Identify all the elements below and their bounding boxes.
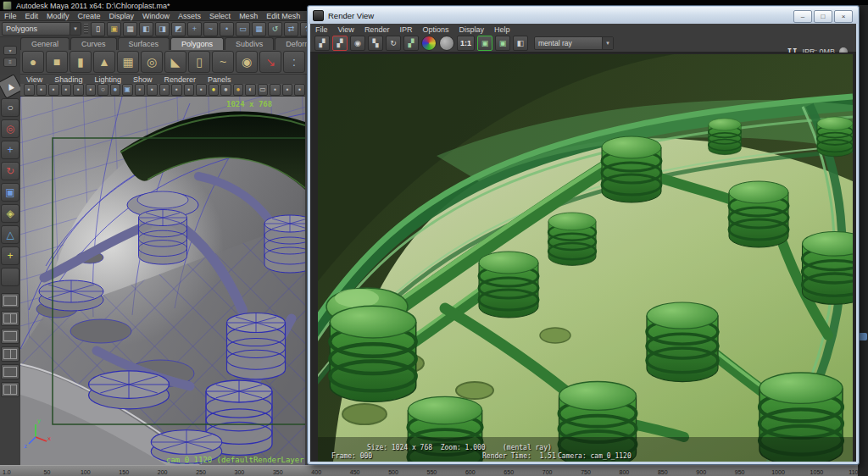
select-component-icon[interactable]: ◩ [171,22,186,36]
render-region-button[interactable]: ▞ [332,36,348,51]
poly-cylinder-icon[interactable]: ▮ [70,51,92,73]
grease-pencil-icon[interactable]: ▪ [86,84,97,96]
ipr-render-button[interactable]: ▚ [368,36,383,51]
input-connections-icon[interactable]: ⇄ [284,22,298,36]
poly-cube-icon[interactable]: ■ [46,51,68,73]
snap-plane-icon[interactable]: ▭ [236,22,250,36]
poly-platonic-icon[interactable]: ◉ [236,51,258,73]
wireframe-mode[interactable]: ○ [97,84,108,96]
shelf-tab-arrow-button[interactable]: ▾ [3,46,17,55]
xray-mode[interactable]: ◐ [245,84,256,96]
render-view-menu-render[interactable]: Render [359,25,395,34]
minimize-button[interactable]: – [793,10,812,23]
statusline-grip[interactable] [84,24,88,34]
render-view-menu-display[interactable]: Display [453,25,489,34]
image-plane-icon[interactable]: ▪ [61,84,72,96]
ipr-update-button[interactable]: ▣ [495,36,510,51]
paint-select-tool[interactable]: ◎ [1,119,19,138]
render-view-menu-file[interactable]: File [310,25,333,34]
lasso-tool[interactable]: ○ [1,98,19,117]
maya-menu-edit[interactable]: Edit [21,12,43,20]
resolution-gate[interactable]: ▭ [258,84,269,96]
textured-mode[interactable]: ▣ [122,84,133,96]
shelf-tab-general[interactable]: General [20,37,70,50]
poly-sphere-icon[interactable]: ● [22,51,44,73]
bookmark-icon[interactable]: ▪ [48,84,59,96]
shelf-tab-polygons[interactable]: Polygons [170,37,224,50]
make-live-icon[interactable]: ▦ [252,22,266,36]
render-view-menu-options[interactable]: Options [417,25,453,34]
new-scene-icon[interactable]: ▯ [91,22,105,36]
panel-menu-lighting[interactable]: Lighting [88,75,127,84]
shelf-tab-subdivs[interactable]: Subdivs [225,37,274,50]
use-all-lights-icon[interactable]: ▪ [135,84,146,96]
scale-tool[interactable]: ▣ [1,183,19,202]
last-tool[interactable] [1,268,19,286]
panel-menu-shading[interactable]: Shading [48,75,88,84]
maya-menu-mesh[interactable]: Mesh [235,12,262,20]
snap-point-icon[interactable]: • [220,22,234,36]
select-tool[interactable]: ▲ [0,74,23,99]
maya-menu-file[interactable]: File [0,12,21,20]
persp-panel-layout-button[interactable] [1,382,19,397]
vertex-pair-icon[interactable]: : [283,51,305,73]
keep-image-button[interactable]: ◧ [513,36,528,51]
real-size-button[interactable]: 1:1 [457,36,475,51]
motion-blur-icon[interactable]: ▪ [171,84,182,96]
poly-helix-icon[interactable]: ~ [212,51,234,73]
smooth-shade-mode[interactable]: ● [110,84,121,96]
poly-plane-icon[interactable]: ▦ [117,51,139,73]
maya-menu-assets[interactable]: Assets [174,12,205,20]
panel-menu-view[interactable]: View [20,75,48,84]
four-pane-layout-button[interactable] [1,329,19,344]
pause-ipr-button[interactable]: ▞ [403,36,419,51]
maya-menu-window[interactable]: Window [138,12,174,20]
maya-menu-display[interactable]: Display [105,12,139,20]
isolate-select-icon[interactable]: ▪ [196,84,207,96]
no-light[interactable]: ● [220,84,231,96]
alpha-channel-button[interactable] [439,36,454,51]
poly-torus-icon[interactable]: ◎ [141,51,163,73]
construction-history-icon[interactable]: ↺ [268,22,282,36]
perspective-viewport[interactable]: y x z 1024 x 768 cam_0_1120 (defaultRend… [20,97,305,465]
shelf-menu-button[interactable]: ≡ [3,58,17,67]
shelf-tab-curves[interactable]: Curves [70,37,117,50]
refresh-ipr-button[interactable]: ↻ [386,36,401,51]
snap-curve-icon[interactable]: ~ [203,22,218,36]
render-view-menu-help[interactable]: Help [489,25,515,34]
maya-menu-edit-mesh[interactable]: Edit Mesh [262,12,304,20]
maya-menu-modify[interactable]: Modify [42,12,74,20]
two-pane-layout-button[interactable] [1,311,19,326]
open-scene-icon[interactable]: ▣ [107,22,121,36]
poly-pipe-icon[interactable]: ▯ [188,51,210,73]
renderer-selector[interactable]: mental ray ▼ [534,36,614,50]
select-object-icon[interactable]: ◨ [155,22,170,36]
poly-prism-icon[interactable]: ◣ [164,51,186,73]
single-pane-layout-button[interactable] [1,293,19,308]
render-view-titlebar[interactable]: Render View – □ × [309,7,858,24]
rgb-channels-button[interactable] [421,36,437,51]
render-view-menu-view[interactable]: View [333,25,359,34]
select-hierarchy-icon[interactable]: ◧ [139,22,153,36]
soft-modification-tool[interactable]: △ [1,225,19,244]
render-settings-button[interactable]: ▣ [477,36,492,51]
render-button[interactable]: ▞ [314,36,330,51]
snapshot-button[interactable]: ◉ [350,36,365,51]
panel-menu-panels[interactable]: Panels [202,75,237,84]
gate-mask-icon[interactable]: ▪ [270,84,281,96]
curve-arrow-icon[interactable]: ↘ [259,51,281,73]
show-manipulator-tool[interactable]: + [1,246,19,265]
move-tool[interactable]: + [1,141,19,159]
persp-outliner-layout-button[interactable] [1,346,19,362]
maya-menu-create[interactable]: Create [74,12,105,20]
maximize-button[interactable]: □ [814,10,832,23]
two-d-pan-icon[interactable]: ▪ [73,84,84,96]
gold-light[interactable]: ● [233,84,244,96]
shadows-icon[interactable]: ▪ [147,84,158,96]
save-scene-icon[interactable]: ▦ [123,22,137,36]
render-view-menu-ipr[interactable]: IPR [394,25,417,34]
scrollbar-handle[interactable] [859,333,867,340]
render-image-area[interactable]: Size: 1024 x 768 Zoom: 1.000 (mental ray… [310,53,856,462]
default-light[interactable]: ● [209,84,220,96]
film-gate[interactable]: ▪ [282,84,293,96]
